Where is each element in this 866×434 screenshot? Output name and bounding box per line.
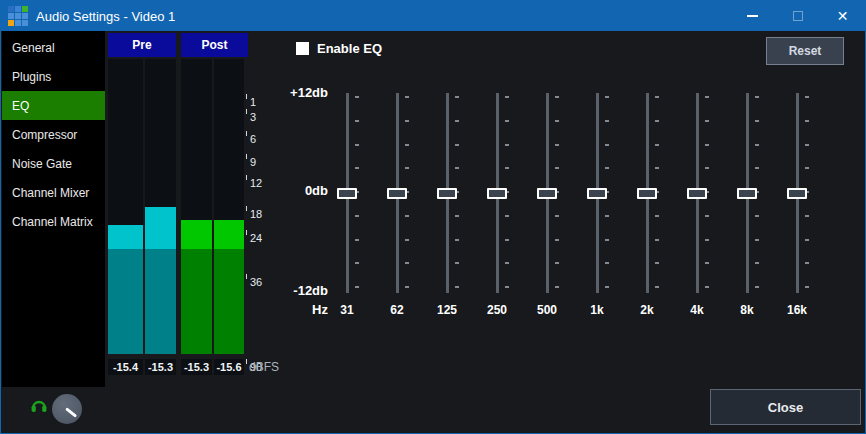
eq-slider-thumb-8k[interactable] bbox=[737, 188, 757, 199]
eq-tick bbox=[455, 239, 459, 241]
meter-level-dark bbox=[181, 249, 212, 354]
eq-tick bbox=[455, 286, 459, 288]
headphones-icon[interactable] bbox=[30, 396, 48, 414]
eq-tick bbox=[655, 239, 659, 241]
eq-tick bbox=[605, 120, 609, 122]
eq-tick bbox=[705, 96, 709, 98]
sidebar-item-plugins[interactable]: Plugins bbox=[2, 62, 105, 91]
meter-value-post-1: -15.3 bbox=[181, 359, 212, 375]
eq-slider-thumb-2k[interactable] bbox=[637, 188, 657, 199]
meter-scale-18: 18 bbox=[250, 208, 262, 220]
meter-scale-6: 6 bbox=[250, 133, 256, 145]
eq-tick bbox=[355, 262, 359, 264]
eq-tick bbox=[555, 286, 559, 288]
eq-tick bbox=[605, 144, 609, 146]
knob-pointer bbox=[65, 407, 77, 417]
meter-scale-24: 24 bbox=[250, 232, 262, 244]
titlebar-buttons: ✕ bbox=[730, 1, 865, 31]
freq-axis-label: Hz bbox=[268, 302, 328, 317]
gain-label-minus12: -12db bbox=[268, 283, 328, 298]
meter-scale-1: 1 bbox=[250, 96, 256, 108]
sidebar-item-compressor[interactable]: Compressor bbox=[2, 120, 105, 149]
eq-tick bbox=[505, 167, 509, 169]
eq-tick bbox=[405, 96, 409, 98]
sidebar-item-noise-gate[interactable]: Noise Gate bbox=[2, 149, 105, 178]
eq-tick bbox=[455, 167, 459, 169]
eq-tick bbox=[805, 286, 809, 288]
eq-tick bbox=[555, 144, 559, 146]
eq-tick bbox=[355, 96, 359, 98]
meter-level-dark bbox=[214, 249, 244, 354]
sidebar-item-channel-mixer[interactable]: Channel Mixer bbox=[2, 178, 105, 207]
eq-tick bbox=[355, 215, 359, 217]
eq-freq-label-125: 125 bbox=[422, 303, 472, 317]
eq-slider-thumb-500[interactable] bbox=[537, 188, 557, 199]
eq-freq-label-500: 500 bbox=[522, 303, 572, 317]
eq-slider-thumb-4k[interactable] bbox=[687, 188, 707, 199]
sidebar-item-channel-matrix[interactable]: Channel Matrix bbox=[2, 207, 105, 236]
enable-eq-checkbox[interactable] bbox=[296, 42, 309, 55]
eq-tick bbox=[405, 144, 409, 146]
eq-slider-thumb-250[interactable] bbox=[487, 188, 507, 199]
eq-tick bbox=[605, 262, 609, 264]
sidebar-item-general[interactable]: General bbox=[2, 33, 105, 62]
eq-tick bbox=[455, 96, 459, 98]
eq-tick bbox=[605, 215, 609, 217]
close-window-button[interactable]: ✕ bbox=[820, 1, 865, 31]
eq-tick bbox=[505, 262, 509, 264]
eq-slider-thumb-31[interactable] bbox=[337, 188, 357, 199]
eq-tick bbox=[405, 239, 409, 241]
eq-tick bbox=[755, 120, 759, 122]
sidebar-item-eq[interactable]: EQ bbox=[2, 91, 105, 120]
meter-scale-3: 3 bbox=[250, 111, 256, 123]
eq-freq-label-31: 31 bbox=[322, 303, 372, 317]
eq-slider-thumb-1k[interactable] bbox=[587, 188, 607, 199]
eq-freq-label-16k: 16k bbox=[772, 303, 822, 317]
meter-value-post-2: -15.6 bbox=[214, 359, 244, 375]
eq-tick bbox=[505, 96, 509, 98]
close-icon: ✕ bbox=[837, 9, 849, 23]
eq-tick bbox=[405, 120, 409, 122]
eq-tick bbox=[655, 286, 659, 288]
eq-slider-thumb-62[interactable] bbox=[387, 188, 407, 199]
eq-tick bbox=[655, 144, 659, 146]
eq-tick bbox=[555, 96, 559, 98]
eq-tick bbox=[455, 215, 459, 217]
meter-level-dark bbox=[108, 249, 143, 354]
meter-header-pre: Pre bbox=[108, 33, 176, 57]
eq-tick bbox=[505, 120, 509, 122]
eq-freq-label-1k: 1k bbox=[572, 303, 622, 317]
maximize-button[interactable] bbox=[775, 1, 820, 31]
eq-tick bbox=[605, 286, 609, 288]
eq-tick bbox=[455, 262, 459, 264]
eq-tick bbox=[555, 239, 559, 241]
eq-tick bbox=[455, 120, 459, 122]
eq-tick bbox=[655, 120, 659, 122]
headphones-volume-knob[interactable] bbox=[52, 394, 82, 424]
eq-tick bbox=[705, 144, 709, 146]
eq-slider-thumb-16k[interactable] bbox=[787, 188, 807, 199]
eq-tick bbox=[705, 286, 709, 288]
eq-tick bbox=[355, 239, 359, 241]
eq-sliders: 31621252505001k2k4k8k16k bbox=[331, 81, 841, 326]
meter-scale-12: 12 bbox=[250, 177, 262, 189]
eq-tick bbox=[355, 144, 359, 146]
gain-label-zero: 0db bbox=[268, 183, 328, 198]
meter-bar-pre-2 bbox=[145, 59, 176, 354]
meter-scale-9: 9 bbox=[250, 156, 256, 168]
eq-tick bbox=[355, 120, 359, 122]
eq-tick bbox=[405, 262, 409, 264]
maximize-icon bbox=[793, 11, 803, 21]
eq-tick bbox=[805, 239, 809, 241]
eq-tick bbox=[605, 96, 609, 98]
close-button[interactable]: Close bbox=[710, 389, 861, 425]
eq-slider-thumb-125[interactable] bbox=[437, 188, 457, 199]
meter-header-post: Post bbox=[181, 33, 248, 57]
eq-tick bbox=[655, 215, 659, 217]
reset-button[interactable]: Reset bbox=[766, 37, 844, 65]
eq-freq-label-62: 62 bbox=[372, 303, 422, 317]
minimize-button[interactable] bbox=[730, 1, 775, 31]
eq-freq-label-2k: 2k bbox=[622, 303, 672, 317]
eq-tick bbox=[405, 215, 409, 217]
eq-tick bbox=[605, 167, 609, 169]
